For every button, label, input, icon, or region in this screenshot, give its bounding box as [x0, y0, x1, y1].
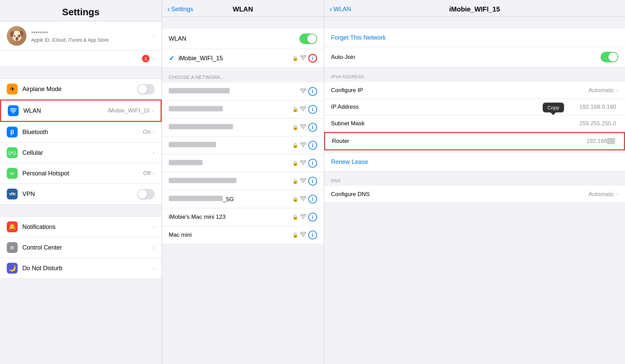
configure-ip-chevron-icon: › [616, 87, 618, 94]
hotspot-value: Off [143, 170, 151, 177]
lock-icon-7: 🔒 [292, 196, 298, 202]
auto-join-toggle[interactable] [601, 52, 618, 62]
connected-lock-icon: 🔒 [292, 56, 298, 61]
network-info-8[interactable]: i [308, 213, 317, 221]
sidebar-item-notifications[interactable]: 🔔 Notifications › [0, 216, 162, 237]
list-item[interactable]: _5G 🔒 i [162, 190, 324, 208]
copy-tooltip: Copy [543, 103, 564, 112]
sidebar-item-airplane-mode[interactable]: ✈ Airplane Mode [0, 79, 162, 100]
auto-join-label: Auto-Join [331, 54, 601, 61]
network-info-7[interactable]: i [308, 195, 317, 204]
wlan-value: iMobie_WIFI_15 [108, 107, 150, 114]
sidebar-item-vpn[interactable]: VPN VPN [0, 184, 162, 205]
configure-dns-row[interactable]: Configure DNS Automatic › [324, 186, 625, 203]
settings-section-connectivity: ✈ Airplane Mode WLAN iMobie_WIFI_15 › [0, 79, 162, 205]
profile-subtitle: Apple ID, iCloud, iTunes & App Store [31, 37, 153, 43]
network-info-1[interactable]: i [308, 87, 317, 96]
svg-point-3 [303, 128, 304, 129]
network-icons-6: 🔒 i [292, 177, 317, 186]
network-name-mac-mini-123: iMobie's Mac mini 123 [169, 214, 292, 220]
list-item[interactable]: iMobie's Mac mini 123 🔒 i [162, 208, 324, 226]
notification-row[interactable]: 1 › [0, 51, 162, 67]
connected-network-row[interactable]: ✓ iMobie_WIFI_15 🔒 i [162, 49, 324, 68]
network-icons-7: 🔒 i [292, 195, 317, 204]
bluetooth-label: Bluetooth [22, 129, 143, 136]
lock-icon-2: 🔒 [292, 107, 298, 112]
wlan-toggle-knob [307, 34, 316, 43]
cellular-chevron-icon: › [153, 149, 155, 156]
settings-list: ✈ Airplane Mode WLAN iMobie_WIFI_15 › [0, 67, 162, 364]
network-list: i 🔒 i 🔒 [162, 83, 324, 244]
renew-lease-label: Renew Lease [331, 158, 368, 166]
sidebar-item-bluetooth[interactable]: β Bluetooth On › [0, 122, 162, 143]
sidebar-item-cellular[interactable]: ((•)) Cellular › [0, 143, 162, 163]
wlan-back-label: Settings [171, 6, 193, 13]
list-item[interactable]: 🔒 i [162, 101, 324, 119]
airplane-mode-toggle[interactable] [137, 84, 155, 94]
network-info-5[interactable]: i [308, 159, 317, 168]
sidebar-item-do-not-disturb[interactable]: 🌙 Do Not Disturb › [0, 258, 162, 279]
cellular-icon: ((•)) [7, 147, 18, 158]
connected-network-icons: 🔒 i [292, 54, 317, 63]
control-center-label: Control Center [22, 244, 153, 251]
dns-section-label: DNS [324, 171, 625, 186]
choose-network-label: CHOOSE A NETWORK... [162, 68, 324, 83]
list-item[interactable]: 🔒 i [162, 172, 324, 190]
wifi-detail-back-button[interactable]: ‹ WLAN [330, 5, 351, 14]
auto-join-toggle-knob [608, 52, 618, 62]
airplane-mode-toggle-knob [138, 85, 147, 94]
network-info-2[interactable]: i [308, 105, 317, 114]
sidebar-item-wlan[interactable]: WLAN iMobie_WIFI_15 › [0, 100, 162, 122]
sidebar-item-hotspot[interactable]: ∞ Personal Hotspot Off › [0, 163, 162, 184]
connected-info-button[interactable]: i [308, 54, 317, 63]
network-info-3[interactable]: i [308, 123, 317, 132]
ip-address-row[interactable]: IP Address 192.168.0.190 [324, 99, 625, 115]
lock-icon-4: 🔒 [292, 143, 298, 148]
control-center-icon: ⊞ [7, 242, 18, 253]
network-name-mac-mini: Mac mini [169, 232, 292, 238]
wifi-icon-4 [300, 142, 306, 148]
wifi-back-label: WLAN [333, 6, 351, 13]
list-item[interactable]: 🔒 i [162, 136, 324, 154]
configure-ip-label: Configure IP [331, 87, 588, 94]
svg-point-6 [303, 182, 304, 183]
network-icons-2: 🔒 i [292, 105, 317, 114]
network-info-4[interactable]: i [308, 141, 317, 150]
network-name-blurred-2 [169, 106, 292, 113]
wifi-icon-8 [300, 214, 306, 220]
list-item[interactable]: 🔒 i [162, 154, 324, 172]
renew-lease-button[interactable]: Renew Lease [324, 153, 625, 171]
lock-icon-6: 🔒 [292, 178, 298, 184]
configure-dns-label: Configure DNS [331, 191, 588, 198]
hotspot-chevron-icon: › [153, 170, 155, 177]
network-info-9[interactable]: i [308, 231, 317, 239]
ip-address-value: 192.168.0.190 [579, 104, 616, 110]
list-item[interactable]: 🔒 i [162, 119, 324, 136]
wifi-detail-header: ‹ WLAN iMobie_WIFI_15 [324, 0, 625, 17]
forget-network-button[interactable]: Forget This Network [324, 29, 625, 47]
list-item[interactable]: Mac mini 🔒 i [162, 226, 324, 244]
bluetooth-chevron-icon: › [153, 129, 155, 136]
wifi-back-chevron-icon: ‹ [330, 5, 332, 14]
configure-dns-value: Automatic [588, 191, 614, 198]
wifi-detail-title: iMobie_WIFI_15 [449, 5, 500, 13]
wlan-header: ‹ Settings WLAN [162, 0, 324, 17]
svg-point-5 [303, 164, 304, 165]
configure-ip-row[interactable]: Configure IP Automatic › [324, 82, 625, 99]
bluetooth-value: On [143, 129, 151, 135]
sidebar-item-control-center[interactable]: ⊞ Control Center › [0, 237, 162, 258]
wifi-detail-panel: ‹ WLAN iMobie_WIFI_15 Forget This Networ… [324, 0, 625, 364]
wlan-back-button[interactable]: ‹ Settings [167, 5, 193, 14]
network-info-6[interactable]: i [308, 177, 317, 186]
network-icons-1: i [300, 87, 317, 96]
router-row[interactable]: Router 192.168•••• [324, 132, 625, 150]
wlan-toggle[interactable] [299, 34, 317, 44]
lock-icon-3: 🔒 [292, 125, 298, 130]
notification-chevron-icon: › [153, 55, 155, 62]
profile-row[interactable]: 🐶 •••••••• Apple ID, iCloud, iTunes & Ap… [0, 21, 162, 51]
vpn-toggle[interactable] [137, 189, 155, 199]
configure-ip-value: Automatic [588, 87, 614, 94]
list-item[interactable]: i [162, 83, 324, 101]
subnet-mask-row[interactable]: Subnet Mask Copy 255.255.255.0 [324, 115, 625, 132]
settings-panel: Settings 🐶 •••••••• Apple ID, iCloud, iT… [0, 0, 162, 364]
